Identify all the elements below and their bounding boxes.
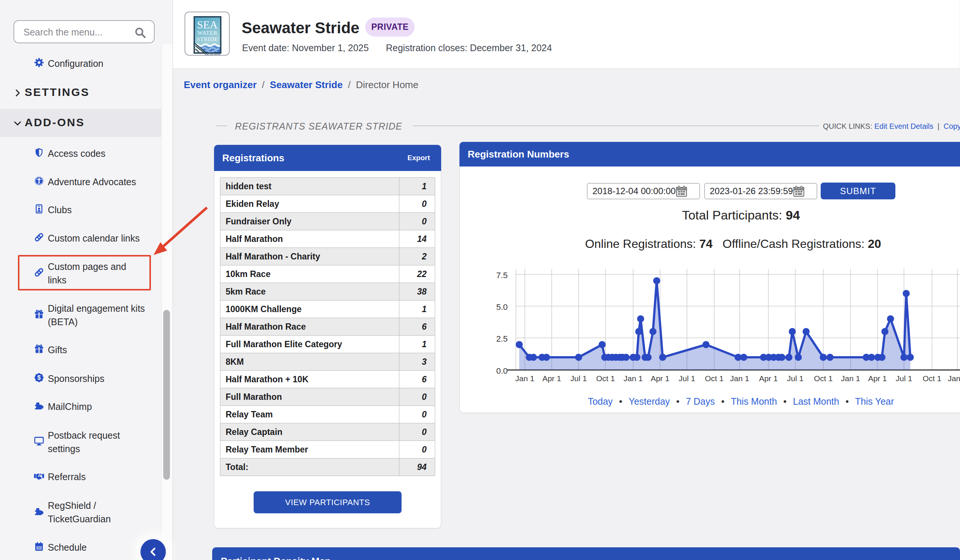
svg-text:WATER: WATER [197,29,218,36]
svg-text:$: $ [37,374,41,381]
svg-text:STRIDE: STRIDE [197,36,218,42]
svg-text:Apr 1: Apr 1 [542,374,561,383]
svg-text:Jan 1: Jan 1 [841,374,860,383]
svg-text:Apr 1: Apr 1 [759,374,778,383]
svg-text:Jul 1: Jul 1 [679,374,695,383]
svg-text:Jan 1: Jan 1 [624,374,643,383]
svg-text:Oct 1: Oct 1 [923,374,941,383]
svg-text:Apr 1: Apr 1 [651,374,669,383]
svg-text:Apr 1: Apr 1 [868,374,887,383]
svg-text:Jan 1: Jan 1 [515,374,534,383]
svg-text:5.0: 5.0 [496,302,508,312]
svg-text:Oct 1: Oct 1 [814,374,833,383]
svg-text:Jul 1: Jul 1 [787,374,803,383]
svg-text:7.5: 7.5 [496,271,508,280]
svg-text:Jul 1: Jul 1 [570,374,587,383]
svg-text:SEA: SEA [197,19,218,30]
svg-text:Jul 1: Jul 1 [896,374,912,383]
svg-text:Jan 1: Jan 1 [730,374,749,383]
svg-text:0.0: 0.0 [496,366,508,376]
svg-text:2.5: 2.5 [496,334,508,343]
svg-text:Oct 1: Oct 1 [705,374,723,383]
svg-text:Oct 1: Oct 1 [596,374,615,383]
svg-text:Bay city series: Bay city series [205,53,221,56]
svg-text:Jan 1: Jan 1 [948,374,960,383]
